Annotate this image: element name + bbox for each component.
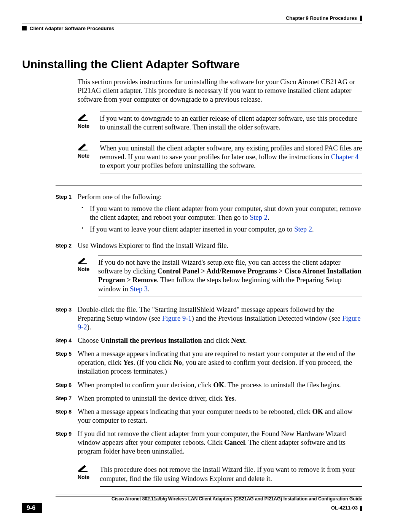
step-label: Step 2 (56, 241, 78, 297)
step-7-text: When prompted to uninstall the device dr… (78, 394, 362, 403)
header-marker-icon (360, 16, 362, 21)
step-1-bullet-2: If you want to leave your client adapter… (87, 225, 362, 234)
step-label: Step 1 (56, 193, 78, 237)
step-4-text: Choose Uninstall the previous installati… (78, 336, 362, 345)
section-square-icon (22, 26, 27, 30)
note-icon (78, 463, 88, 472)
note-body-4: This procedure does not remove the Insta… (100, 463, 362, 486)
note-label: Note (78, 474, 100, 480)
step-6-text: When prompted to confirm your decision, … (78, 381, 362, 390)
note-block-4: Note This procedure does not remove the … (78, 463, 362, 486)
note-body-2: When you uninstall the client adapter so… (100, 141, 362, 174)
step-7: Step 7 When prompted to uninstall the de… (56, 394, 362, 403)
page-footer: Cisco Aironet 802.11a/b/g Wireless LAN C… (22, 495, 362, 513)
link-step-2a[interactable]: Step 2 (250, 214, 268, 221)
step-1-bullet-1: If you want to remove the client adapter… (87, 204, 362, 222)
step-3: Step 3 Double-click the file. The "Start… (56, 305, 362, 332)
step-label: Step 4 (56, 336, 78, 345)
footer-marker-icon (360, 506, 362, 511)
note-icon (78, 142, 88, 150)
page-title: Uninstalling the Client Adapter Software (22, 58, 362, 71)
section-rule (56, 185, 362, 186)
step-9: Step 9 If you did not remove the client … (56, 430, 362, 456)
page-number: 9-6 (22, 503, 42, 513)
note-body-1: If you want to downgrade to an earlier r… (100, 112, 362, 135)
svg-rect-0 (78, 120, 88, 121)
header-section-row: Client Adapter Software Procedures (22, 24, 362, 31)
svg-rect-3 (78, 471, 88, 472)
link-figure-9-1[interactable]: Figure 9-1 (162, 315, 192, 322)
step-3-text: Double-click the file. The "Starting Ins… (78, 305, 362, 332)
header-section: Client Adapter Software Procedures (30, 26, 114, 31)
step-2-text: Use Windows Explorer to find the Install… (78, 241, 362, 250)
step-label: Step 3 (56, 305, 78, 332)
doc-number: OL-4211-03 (331, 505, 362, 511)
step-9-text: If you did not remove the client adapter… (78, 430, 362, 456)
note-icon (78, 112, 88, 121)
step-2: Step 2 Use Windows Explorer to find the … (56, 241, 362, 297)
step-4: Step 4 Choose Uninstall the previous ins… (56, 336, 362, 345)
svg-rect-1 (78, 150, 88, 150)
step-6: Step 6 When prompted to confirm your dec… (56, 381, 362, 390)
note-block-3: Note If you do not have the Install Wiza… (78, 256, 362, 297)
svg-rect-2 (78, 263, 87, 264)
note-label: Note (78, 123, 100, 129)
footer-guide-title: Cisco Aironet 802.11a/b/g Wireless LAN C… (56, 495, 362, 502)
note-block-2: Note When you uninstall the client adapt… (78, 141, 362, 174)
note-body-3: If you do not have the Install Wizard's … (98, 256, 362, 297)
step-1: Step 1 Perform one of the following: If … (56, 193, 362, 237)
note-icon (78, 256, 88, 264)
step-label: Step 9 (56, 430, 78, 456)
link-chapter-4[interactable]: Chapter 4 (331, 153, 358, 161)
step-5-text: When a message appears indicating that y… (78, 350, 362, 376)
step-label: Step 7 (56, 394, 78, 403)
step-1-lead: Perform one of the following: (78, 193, 362, 201)
link-step-2b[interactable]: Step 2 (294, 225, 312, 233)
note-label: Note (78, 266, 98, 273)
note-block-1: Note If you want to downgrade to an earl… (78, 112, 362, 135)
note-label: Note (78, 153, 100, 159)
step-8-text: When a message appears indicating that y… (78, 407, 362, 425)
step-label: Step 6 (56, 381, 78, 390)
intro-paragraph: This section provides instructions for u… (78, 78, 362, 104)
header-chapter: Chapter 9 Routine Procedures (22, 15, 362, 21)
step-label: Step 8 (56, 407, 78, 425)
step-label: Step 5 (56, 350, 78, 376)
step-8: Step 8 When a message appears indicating… (56, 407, 362, 425)
step-5: Step 5 When a message appears indicating… (56, 350, 362, 376)
link-step-3[interactable]: Step 3 (130, 285, 148, 293)
